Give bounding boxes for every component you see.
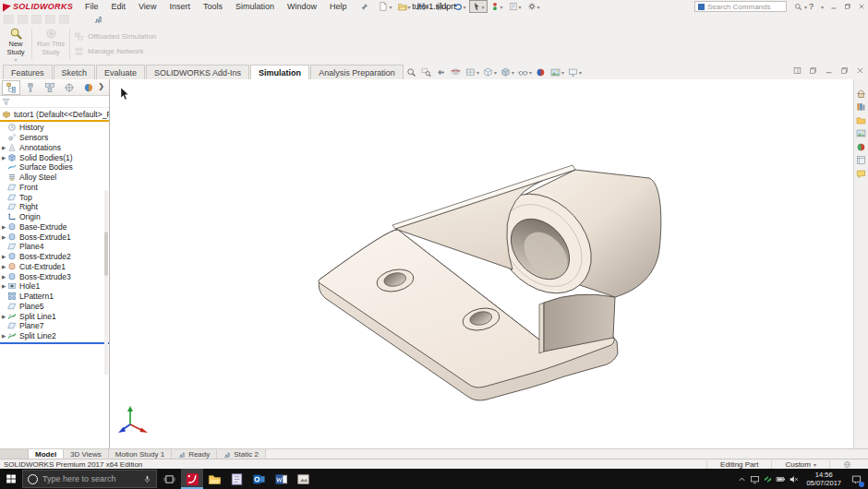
expand-arrow-icon[interactable]: ▶	[0, 314, 7, 319]
command-tab[interactable]: SOLIDWORKS Add-Ins	[146, 65, 249, 79]
quick-access-button[interactable]: ▾	[376, 0, 394, 13]
taskbar-search-box[interactable]: Type here to search	[22, 470, 157, 488]
task-pane-tab[interactable]	[855, 155, 867, 166]
view-tool-caret-icon[interactable]: ▾	[529, 69, 532, 76]
offloaded-simulation-button[interactable]: Offloaded Simulation	[74, 31, 156, 42]
restore-button[interactable]	[844, 3, 851, 10]
graphics-viewport[interactable]	[110, 79, 854, 449]
view-tool-caret-icon[interactable]: ▾	[512, 69, 514, 76]
rollback-bar[interactable]	[0, 342, 109, 344]
task-pane-tab[interactable]	[855, 101, 867, 113]
pin-icon[interactable]	[360, 3, 368, 11]
expand-arrow-icon[interactable]: ▶	[0, 254, 7, 259]
quick-access-button[interactable]: ▾	[506, 0, 524, 13]
tree-item[interactable]: Sensors	[0, 133, 109, 143]
view-tool-button[interactable]	[436, 67, 447, 78]
command-tab[interactable]: Evaluate	[96, 65, 145, 79]
tree-item[interactable]: ▶ Solid Bodies(1)	[0, 152, 109, 162]
command-tab[interactable]: Simulation	[250, 65, 309, 79]
view-tool-caret-icon[interactable]: ▾	[579, 69, 582, 76]
dropdown-caret-icon[interactable]: ▾	[500, 4, 503, 10]
taskbar-app-button[interactable]	[270, 469, 292, 489]
tree-item[interactable]: History	[0, 123, 109, 133]
menu-item[interactable]: Tools	[197, 2, 229, 11]
new-study-caret-icon[interactable]: ▾	[14, 57, 17, 63]
tree-item[interactable]: ▶ Boss-Extrude1	[0, 232, 109, 242]
panel-scrollbar-track[interactable]	[104, 190, 108, 375]
command-tab[interactable]: Sketch	[54, 65, 96, 79]
expand-arrow-icon[interactable]: ▶	[0, 274, 7, 280]
tree-item[interactable]: Plane5	[0, 302, 109, 312]
menu-item[interactable]: Simulation	[229, 2, 281, 11]
tree-item[interactable]: Origin	[0, 212, 109, 222]
taskbar-app-button[interactable]	[292, 469, 314, 489]
dropdown-caret-icon[interactable]: ▾	[519, 4, 522, 10]
expand-arrow-icon[interactable]: ▶	[0, 283, 7, 289]
tree-item[interactable]: ▶ Hole1	[0, 281, 109, 292]
close-button[interactable]	[858, 3, 865, 10]
view-tool-button[interactable]	[536, 67, 547, 78]
menu-item[interactable]: Help	[323, 2, 354, 11]
quick-access-button[interactable]: ▾	[469, 0, 488, 13]
panel-tab[interactable]	[79, 80, 98, 95]
action-center-button[interactable]	[849, 471, 863, 486]
view-tool-button[interactable]: ▾	[518, 67, 532, 78]
menu-item[interactable]: Edit	[105, 2, 133, 11]
tree-item[interactable]: ▶ Boss-Extrude3	[0, 271, 109, 281]
tree-item[interactable]: Right	[0, 202, 109, 212]
support-rib-side[interactable]	[539, 303, 544, 353]
tree-item[interactable]: Plane7	[0, 321, 109, 331]
task-pane-tab[interactable]	[855, 141, 867, 152]
view-tool-button[interactable]: ▾	[550, 67, 564, 78]
menu-item[interactable]: Window	[281, 2, 323, 11]
command-tab[interactable]: Analysis Preparation	[310, 65, 404, 79]
expand-arrow-icon[interactable]: ▶	[0, 333, 7, 339]
view-tool-button[interactable]	[421, 67, 432, 78]
run-study-button[interactable]: Run This Study	[35, 26, 66, 63]
view-tool-button[interactable]: ▾	[465, 67, 479, 78]
taskbar-app-button[interactable]	[181, 469, 203, 489]
view-tool-caret-icon[interactable]: ▾	[494, 69, 497, 76]
start-button[interactable]	[0, 469, 22, 489]
tree-item[interactable]: ▶ Base-Extrude	[0, 222, 109, 233]
panel-tab[interactable]	[21, 80, 40, 95]
doc-close-button[interactable]	[856, 66, 864, 75]
search-submit[interactable]: ▾	[794, 3, 807, 11]
dropdown-caret-icon[interactable]: ▾	[482, 4, 485, 10]
task-pane-tab[interactable]	[855, 128, 867, 139]
menu-item[interactable]: File	[78, 2, 105, 11]
expand-arrow-icon[interactable]: ▶	[0, 145, 7, 150]
unit-system-dropdown[interactable]: Custom▾	[771, 460, 829, 469]
task-view-button[interactable]	[157, 469, 181, 489]
panel-tab[interactable]	[2, 80, 20, 95]
view-tool-caret-icon[interactable]: ▾	[561, 69, 564, 76]
menu-item[interactable]: Insert	[163, 2, 197, 11]
tree-item[interactable]: ▶ Boss-Extrude2	[0, 252, 109, 262]
quick-access-button[interactable]: ▾	[524, 0, 543, 13]
view-tool-button[interactable]: ▾	[568, 67, 582, 78]
command-search-box[interactable]: Search Commands	[694, 1, 787, 12]
tree-item[interactable]: Front	[0, 183, 109, 193]
panel-tab[interactable]	[60, 80, 78, 95]
quick-access-button[interactable]: ▾	[395, 0, 414, 13]
tree-item[interactable]: LPattern1	[0, 292, 109, 302]
pane-split-icon[interactable]	[793, 66, 802, 75]
task-pane-tab[interactable]	[855, 168, 867, 179]
panel-scrollbar-thumb[interactable]	[104, 232, 108, 276]
doc-minimize-button[interactable]	[825, 66, 833, 75]
expand-arrow-icon[interactable]: ▶	[0, 224, 7, 230]
taskbar-clock[interactable]: 14:56 05/07/2017	[806, 471, 841, 487]
quick-access-button[interactable]: ▾	[488, 0, 506, 13]
tree-item[interactable]: Plane4	[0, 242, 109, 252]
network-app-icon[interactable]	[763, 474, 773, 484]
microphone-icon[interactable]	[143, 474, 151, 484]
taskbar-app-button[interactable]	[247, 469, 270, 489]
chart-tool-icon[interactable]	[93, 15, 103, 24]
expand-arrow-icon[interactable]: ▶	[0, 234, 7, 240]
tray-chevron-up-icon[interactable]	[737, 474, 747, 484]
tree-filter-row[interactable]	[0, 96, 109, 108]
display-icon[interactable]	[750, 474, 760, 484]
panel-expand-chevron[interactable]: ❯	[98, 82, 107, 90]
new-study-button[interactable]: New Study ▾	[2, 26, 30, 63]
doc-restore-button[interactable]	[840, 66, 849, 75]
